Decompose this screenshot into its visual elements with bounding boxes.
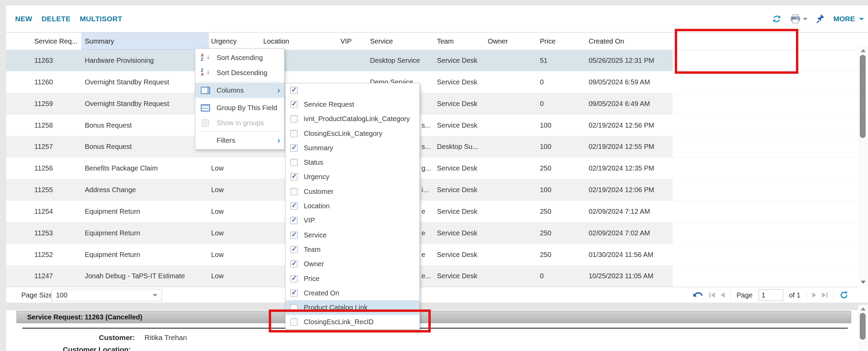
new-button[interactable]: NEW	[15, 15, 32, 23]
checkbox-icon[interactable]: ✓	[290, 101, 298, 108]
checkbox-icon[interactable]: ✓	[290, 173, 298, 180]
undo-icon[interactable]	[693, 290, 704, 300]
checkbox-icon[interactable]: ✓	[290, 260, 298, 268]
column-toggle-closingesclink-category[interactable]: ✓ ClosingEscLink_Category	[286, 126, 419, 141]
column-toggle-location[interactable]: ✓ Location	[286, 199, 419, 213]
table-row[interactable]: 11255 Address Change Low i... Service De…	[6, 179, 858, 201]
menu-item-group-by-this-field[interactable]: Group By This Field	[195, 100, 284, 115]
column-toggle-ivnt-productcataloglink-category[interactable]: ✓ ivnt_ProductCatalogLink_Category	[286, 112, 419, 126]
column-toggle-customer[interactable]: ✓ Customer	[286, 184, 419, 199]
cell-created-on: 02/09/2024 7:02 AM	[589, 222, 650, 244]
table-scrollbar[interactable]	[858, 46, 868, 287]
checkbox-icon[interactable]: ✓	[290, 232, 298, 239]
next-page-button[interactable]	[812, 292, 816, 298]
checkbox-icon[interactable]: ✓	[290, 290, 298, 297]
cell-team: Service Desk	[437, 71, 477, 93]
cell-created-on: 09/05/2024 6:59 AM	[589, 71, 650, 93]
column-toggle-summary[interactable]: ✓ Summary	[286, 141, 419, 155]
column-toggle-status[interactable]: ✓ Status	[286, 155, 419, 169]
cell-urgency: Low	[211, 244, 224, 266]
cell-summary: Bonus Request	[85, 115, 132, 136]
checkbox-icon[interactable]: ✓	[290, 144, 298, 152]
table-row[interactable]: 11256 Benefits Package Claim Low g... Se…	[6, 157, 858, 179]
table-row[interactable]: 11259 Overnight Standby Request Service …	[6, 93, 858, 115]
cell-service: e	[421, 222, 425, 244]
scroll-up-icon[interactable]	[861, 49, 866, 52]
detail-scrollbar[interactable]	[858, 305, 868, 351]
cell-summary: Overnight Standby Request	[85, 93, 169, 115]
detail-header-bar[interactable]: Service Request: 11263 (Cancelled)	[16, 311, 851, 323]
column-toggle-owner[interactable]: ✓ Owner	[286, 257, 419, 271]
cell-price: 0	[540, 93, 544, 115]
column-header-owner[interactable]: Owner	[488, 33, 508, 50]
cell-team: Service Desk	[437, 265, 477, 287]
checkbox-icon[interactable]: ✓	[290, 130, 298, 137]
cell-service-request: 11254	[34, 201, 53, 222]
menu-item-filters[interactable]: Filters ›	[195, 133, 284, 148]
column-toggle-created-on[interactable]: ✓ Created On	[286, 286, 419, 300]
scroll-down-icon[interactable]	[861, 281, 866, 284]
checkbox-icon[interactable]: ✓	[290, 115, 298, 122]
column-header-summary[interactable]: Summary	[85, 33, 114, 50]
column-toggle-price[interactable]: ✓ Price	[286, 271, 419, 286]
checkbox-icon[interactable]: ✓	[290, 217, 298, 224]
table-row[interactable]: 11258 Bonus Request s... Service Desk 10…	[6, 115, 858, 136]
column-toggle-blank[interactable]: ✓	[286, 83, 419, 97]
menu-item-columns[interactable]: Columns ›	[195, 83, 284, 98]
scroll-up-icon[interactable]	[861, 307, 866, 311]
column-toggle-service[interactable]: ✓ Service	[286, 228, 419, 242]
cell-urgency: Low	[211, 179, 224, 201]
column-toggle-label: Service Request	[304, 101, 354, 108]
column-header-price[interactable]: Price	[540, 33, 556, 50]
checkbox-icon[interactable]: ✓	[290, 87, 298, 94]
column-header-location[interactable]: Location	[263, 33, 289, 50]
table-row[interactable]: 11252 Equipment Return Low e Service Des…	[6, 244, 858, 266]
column-toggle-label: VIP	[304, 217, 315, 224]
page-size-label: Page Size	[21, 287, 53, 303]
cell-service-request: 11255	[34, 179, 53, 201]
divider	[806, 291, 807, 300]
menu-item-sort-ascending[interactable]: AZ↓ Sort Ascending	[195, 50, 284, 65]
page-number-input[interactable]	[759, 289, 783, 301]
first-page-button[interactable]	[709, 292, 715, 298]
column-toggle-urgency[interactable]: ✓ Urgency	[286, 170, 419, 184]
cell-service-request: 11257	[34, 136, 53, 157]
checkbox-icon[interactable]: ✓	[290, 159, 298, 166]
column-toggle-label: ivnt_ProductCatalogLink_Category	[304, 115, 410, 123]
column-header-service-request[interactable]: Service Req...	[34, 33, 78, 50]
column-header-created-on[interactable]: Created On	[589, 33, 624, 50]
checkbox-icon[interactable]: ✓	[290, 246, 298, 253]
checkbox-icon[interactable]: ✓	[290, 202, 298, 210]
table-row[interactable]: 11257 Bonus Request s... Desktop Su... 1…	[6, 136, 858, 157]
refresh-icon[interactable]	[772, 14, 782, 24]
print-button[interactable]	[790, 14, 808, 24]
column-header-urgency[interactable]: Urgency	[211, 33, 236, 50]
scrollbar-thumb[interactable]	[860, 55, 866, 138]
pin-icon[interactable]	[816, 14, 825, 24]
table-row[interactable]: 11254 Equipment Return Low e Service Des…	[6, 201, 858, 222]
table-row[interactable]: 11253 Equipment Return Low e Service Des…	[6, 222, 858, 244]
column-toggle-label: Location	[304, 202, 330, 210]
column-toggle-vip[interactable]: ✓ VIP	[286, 213, 419, 228]
multisort-button[interactable]: MULTISORT	[80, 15, 123, 23]
column-header-service[interactable]: Service	[370, 33, 393, 50]
column-header-team[interactable]: Team	[437, 33, 454, 50]
column-header-vip[interactable]: VIP	[340, 33, 351, 50]
print-dropdown-caret-icon[interactable]	[803, 18, 808, 20]
delete-button[interactable]: DELETE	[42, 15, 71, 23]
column-toggle-service-request[interactable]: ✓ Service Request	[286, 97, 419, 112]
page-size-select[interactable]: 100	[51, 289, 162, 301]
grid-refresh-icon[interactable]	[840, 291, 848, 300]
cell-created-on: 02/19/2024 12:55 PM	[589, 136, 654, 157]
column-toggle-team[interactable]: ✓ Team	[286, 242, 419, 257]
columns-submenu: ✓ ✓ Service Request ✓ ivnt_ProductCatalo…	[285, 83, 420, 330]
more-button[interactable]: MORE	[833, 15, 864, 23]
last-page-button[interactable]	[822, 292, 828, 298]
menu-item-sort-descending[interactable]: ZA↓ Sort Descending	[195, 65, 284, 80]
table-row[interactable]: 11260 Overnight Standby Request Demo Ser…	[6, 71, 858, 93]
table-row[interactable]: 11247 Jonah Debug - TaPS-IT Estimate Low…	[6, 265, 858, 287]
checkbox-icon[interactable]: ✓	[290, 188, 298, 195]
scrollbar-thumb[interactable]	[860, 313, 866, 340]
previous-page-button[interactable]	[721, 292, 725, 298]
checkbox-icon[interactable]: ✓	[290, 275, 298, 282]
